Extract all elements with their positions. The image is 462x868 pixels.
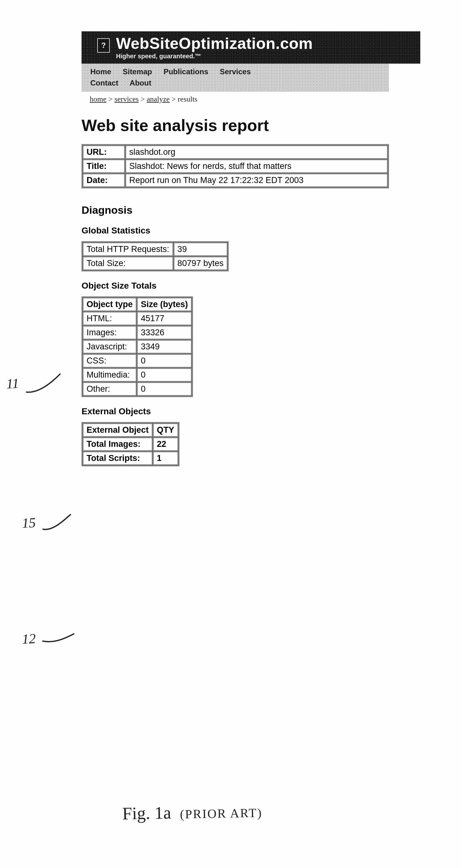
- stat-label: Total Size:: [83, 256, 173, 271]
- col-extobj: External Object: [83, 423, 153, 437]
- stat-value: 80797 bytes: [173, 256, 228, 271]
- annotation-12: 12: [22, 629, 76, 649]
- nav-sitemap[interactable]: Sitemap: [123, 67, 152, 76]
- external-objects-table: External Object QTY Total Images:22 Tota…: [82, 422, 179, 466]
- table-row: Multimedia:0: [83, 368, 192, 382]
- nav-contact[interactable]: Contact: [90, 79, 118, 87]
- table-row: URL: slashdot.org: [83, 145, 388, 159]
- nav-home[interactable]: Home: [90, 67, 111, 76]
- table-header-row: Object type Size (bytes): [83, 298, 192, 311]
- info-table: URL: slashdot.org Title: Slashdot: News …: [82, 144, 389, 188]
- table-row: Total Size: 80797 bytes: [83, 256, 228, 271]
- table-row: HTML:45177: [83, 311, 192, 326]
- info-date-label: Date:: [83, 173, 125, 187]
- table-row: Title: Slashdot: News for nerds, stuff t…: [83, 159, 388, 173]
- col-type: Object type: [83, 298, 137, 311]
- crumb-home[interactable]: home: [90, 95, 106, 103]
- col-qty: QTY: [153, 423, 178, 437]
- arrow-icon: [41, 630, 76, 647]
- info-date-value: Report run on Thu May 22 17:22:32 EDT 20…: [125, 173, 388, 187]
- info-title-value: Slashdot: News for nerds, stuff that mat…: [125, 159, 388, 173]
- table-row: Images:33326: [83, 326, 192, 340]
- crumb-sep: >: [108, 95, 114, 103]
- crumb-analyze[interactable]: analyze: [147, 95, 170, 103]
- arrow-icon: [40, 513, 73, 533]
- global-stats-heading: Global Statistics: [82, 226, 450, 236]
- annotation-11: 11: [6, 371, 62, 396]
- global-stats-table: Total HTTP Requests: 39 Total Size: 8079…: [82, 241, 229, 271]
- table-row: CSS:0: [83, 354, 192, 368]
- crumb-services[interactable]: services: [114, 95, 139, 103]
- site-title: WebSiteOptimization.com: [116, 36, 414, 52]
- figure-caption: Fig. 1a (PRIOR ART): [122, 801, 262, 824]
- page-title: Web site analysis report: [82, 116, 450, 135]
- nav-publications[interactable]: Publications: [164, 67, 208, 76]
- crumb-sep: >: [141, 95, 147, 103]
- crumb-results: results: [178, 95, 198, 103]
- nav-services[interactable]: Services: [220, 67, 251, 76]
- table-row: Date: Report run on Thu May 22 17:22:32 …: [83, 173, 388, 187]
- info-title-label: Title:: [83, 159, 125, 173]
- table-row: Javascript:3349: [83, 340, 192, 354]
- stat-value: 39: [173, 242, 228, 256]
- table-row: Total HTTP Requests: 39: [83, 242, 228, 256]
- object-size-heading: Object Size Totals: [82, 281, 450, 291]
- nav-about[interactable]: About: [129, 79, 151, 87]
- top-nav: Home Sitemap Publications Services Conta…: [82, 64, 389, 92]
- table-row: Other:0: [83, 382, 192, 396]
- info-url-value: slashdot.org: [125, 145, 388, 159]
- logo-icon: ?: [97, 38, 110, 53]
- arrow-icon: [24, 371, 62, 395]
- col-size: Size (bytes): [137, 298, 192, 311]
- table-row: Total Scripts:1: [83, 451, 178, 465]
- crumb-sep: >: [172, 95, 178, 103]
- table-header-row: External Object QTY: [83, 423, 178, 437]
- site-banner: ? WebSiteOptimization.com Higher speed, …: [82, 31, 420, 64]
- table-row: Total Images:22: [83, 437, 178, 451]
- annotation-15: 15: [22, 513, 73, 534]
- site-tagline: Higher speed, guaranteed.™: [116, 53, 414, 60]
- object-size-table: Object type Size (bytes) HTML:45177 Imag…: [82, 297, 193, 397]
- diagnosis-heading: Diagnosis: [82, 204, 450, 216]
- info-url-label: URL:: [83, 145, 125, 159]
- stat-label: Total HTTP Requests:: [83, 242, 173, 256]
- breadcrumb: home > services > analyze > results: [82, 92, 450, 103]
- external-objects-heading: External Objects: [82, 406, 450, 416]
